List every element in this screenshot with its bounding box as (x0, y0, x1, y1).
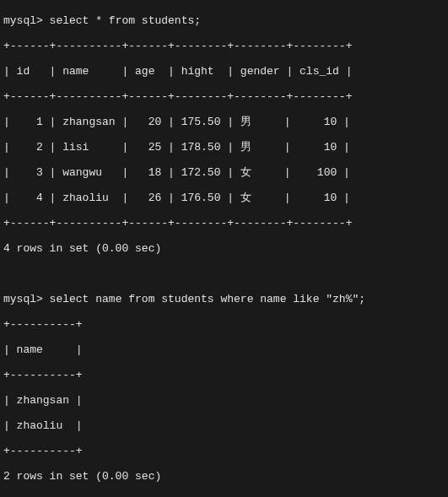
table-header: | id | name | age | hight | gender | cls… (3, 65, 445, 78)
table-border: +------+----------+------+--------+-----… (3, 40, 445, 52)
result-footer: 2 rows in set (0.00 sec) (3, 470, 445, 483)
table-border: +----------+ (3, 445, 445, 457)
table-row: | 2 | lisi | 25 | 178.50 | 男 | 10 | (3, 141, 445, 154)
table-row: | zhaoliu | (3, 419, 445, 432)
table-row: | 4 | zhaoliu | 26 | 176.50 | 女 | 10 | (3, 192, 445, 204)
mysql-prompt: mysql> (3, 14, 43, 27)
table-header: | name | (3, 343, 445, 356)
query-text: select * from students; (43, 14, 201, 27)
table-border: +------+----------+------+--------+-----… (3, 90, 445, 103)
table-row: | 1 | zhangsan | 20 | 175.50 | 男 | 10 | (3, 116, 445, 128)
table-border: +----------+ (3, 369, 445, 381)
table-row: | 3 | wangwu | 18 | 172.50 | 女 | 100 | (3, 166, 445, 179)
table-border: +------+----------+------+--------+-----… (3, 217, 445, 230)
result-footer: 4 rows in set (0.00 sec) (3, 242, 445, 255)
query-text: select name from students where name lik… (43, 293, 365, 305)
table-row: | zhangsan | (3, 394, 445, 407)
mysql-prompt: mysql> (3, 293, 43, 305)
terminal-output: mysql> select * from students; +------+-… (0, 0, 448, 497)
table-border: +----------+ (3, 318, 445, 331)
